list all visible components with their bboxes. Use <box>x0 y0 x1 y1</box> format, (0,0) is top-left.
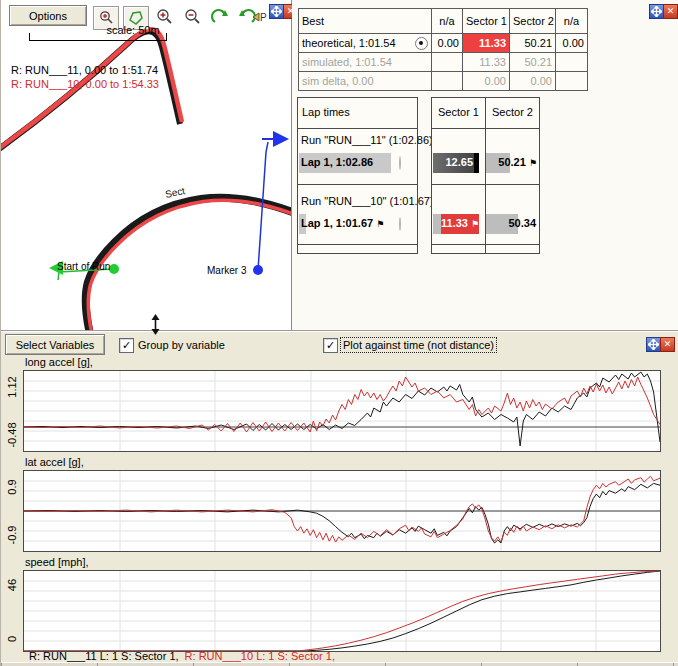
chart-title-long-accel: long accel [g], <box>25 356 93 369</box>
chart-long-accel[interactable]: 1.12 -0.48 <box>23 370 661 452</box>
run-info-line-1: R: RUN___11, 0.00 to 1:51.74 <box>11 64 158 76</box>
check-icon: ✓ <box>122 339 131 352</box>
row-label: theoretical, 1:01.54 <box>302 37 396 49</box>
sector-times-table: Sector 1 Sector 2 12.65 50.21 ⚑ 11.33 ⚑ <box>431 97 540 254</box>
scale-ruler <box>29 40 167 41</box>
track-arc <box>1 29 182 152</box>
lap-row: Lap 1, 1:01.67 ⚑ <box>298 214 417 234</box>
legend-run-11: R: RUN___11 L: 1 S: Sector 1, <box>29 650 179 662</box>
lap-times-title: Lap times <box>302 106 350 118</box>
close-icon: ✕ <box>667 5 675 18</box>
plot-against-time-checkbox[interactable]: ✓ <box>323 338 338 353</box>
chart-lat-accel[interactable]: 0.9 -0.9 <box>23 470 661 552</box>
track-map-panel: Sect Start of Run Marker 3 <box>1 0 292 330</box>
charts-close-button[interactable]: ✕ <box>660 337 675 352</box>
bottom-scroll-strip[interactable] <box>1 662 678 666</box>
col-header: Sector 2 <box>492 106 533 118</box>
lap-radio[interactable] <box>399 217 401 231</box>
sector-value: 11.33 <box>441 217 468 229</box>
col-header: n/a <box>432 9 463 34</box>
y-tick-bottom: 0 <box>6 617 18 661</box>
y-tick-top: 46 <box>6 563 18 607</box>
select-variables-button[interactable]: Select Variables <box>5 334 105 355</box>
chart-legend: R: RUN___11 L: 1 S: Sector 1,R: RUN___10… <box>29 650 335 662</box>
charts-panel: Select Variables ✓ Group by variable ✓ P… <box>1 330 678 666</box>
scale-ruler-tick-right <box>166 33 167 41</box>
sector-cell: 50.21 ⚑ <box>486 153 539 173</box>
scale-label: scale: 50m <box>73 24 193 36</box>
group-by-variable-label: Group by variable <box>138 338 225 352</box>
best-table-title: Best <box>299 9 432 34</box>
col-header: Sector 2 <box>510 9 556 34</box>
chart-speed[interactable]: 46 0 <box>23 570 661 652</box>
redo-icon[interactable] <box>208 6 232 28</box>
row-label: sim delta, 0.00 <box>299 72 432 91</box>
legend-run-10: R: RUN___10 L: 1 S: Sector 1, <box>185 650 335 662</box>
table-row: sim delta, 0.00 0.00 0.00 <box>299 72 588 91</box>
svg-text:P: P <box>260 12 267 23</box>
sector-cell: 50.34 <box>486 214 539 234</box>
sector-cell: 11.33 ⚑ <box>432 214 485 234</box>
sector-cell: 12.65 <box>432 153 485 173</box>
cell-highlighted: 11.33 <box>463 34 510 53</box>
run-label: Run "RUN___11" (1:02.86) <box>301 134 433 146</box>
chart-title-lat-accel: lat accel [g], <box>25 456 84 469</box>
lap-times-table: Lap times Run "RUN___11" (1:02.86) Lap 1… <box>297 97 418 254</box>
lap-label: Lap 1, 1:02.86 <box>301 156 373 168</box>
y-tick-bottom: -0.48 <box>6 413 18 457</box>
cell: 11.33 <box>463 53 510 72</box>
sector-value: 12.65 <box>433 156 473 168</box>
cell: 0.00 <box>510 72 556 91</box>
chart-title-speed: speed [mph], <box>25 556 89 569</box>
table-row: theoretical, 1:01.54 0.00 11.33 50.21 0.… <box>299 34 588 53</box>
y-tick-top: 0.9 <box>6 465 18 509</box>
sector-label: Sect <box>164 185 186 200</box>
col-header: n/a <box>556 9 588 34</box>
cell: 50.21 <box>510 53 556 72</box>
table-row: simulated, 1:01.54 11.33 50.21 <box>299 53 588 72</box>
cell: 0.00 <box>463 72 510 91</box>
flag-icon: ⚑ <box>529 158 536 168</box>
group-by-variable-checkbox[interactable]: ✓ <box>119 338 134 353</box>
charts-move-button[interactable] <box>646 337 661 352</box>
track-map[interactable]: Sect Start of Run Marker 3 <box>1 0 291 330</box>
lap-times-panel: Best n/a Sector 1 Sector 2 n/a theoretic… <box>292 0 678 330</box>
lap-radio[interactable] <box>399 156 401 170</box>
flag-icon: ⚑ <box>471 219 478 229</box>
y-tick-bottom: -0.9 <box>6 513 18 557</box>
scale-ruler-tick-left <box>29 33 30 41</box>
options-button[interactable]: Options <box>9 5 87 26</box>
panel-close-button[interactable]: ✕ <box>663 4 678 19</box>
cell: 50.21 <box>510 34 556 53</box>
run-label: Run "RUN___10" (1:01.67) <box>301 195 434 207</box>
check-icon: ✓ <box>326 339 335 352</box>
col-header: Sector 1 <box>463 9 510 34</box>
y-tick-top: 1.12 <box>6 365 18 409</box>
start-marker-label: Start of Run <box>57 261 110 272</box>
best-table: Best n/a Sector 1 Sector 2 n/a theoretic… <box>298 8 588 91</box>
lap-row: Lap 1, 1:02.86 <box>298 153 417 173</box>
cell: 0.00 <box>432 34 463 53</box>
plot-against-time-label: Plot against time (not distance) <box>341 338 496 352</box>
run-info-line-2: R: RUN___10, 0.00 to 1:54.33 <box>11 78 159 90</box>
col-header: Sector 1 <box>438 106 479 118</box>
cell: 0.00 <box>556 34 588 53</box>
splitter-resize-handle[interactable] <box>149 314 162 337</box>
lap-label: Lap 1, 1:01.67 <box>301 217 373 229</box>
sector-value: 50.21 <box>498 156 526 168</box>
panel-move-button[interactable] <box>649 4 664 19</box>
map-move-button[interactable] <box>269 4 284 19</box>
track-segment <box>86 198 291 330</box>
theoretical-radio[interactable] <box>415 37 428 50</box>
close-icon: ✕ <box>664 338 672 351</box>
prev-marker-icon[interactable]: P <box>251 6 269 28</box>
sector-value: 50.34 <box>486 217 536 229</box>
flag-icon: ⚑ <box>376 219 383 229</box>
marker-3-label: Marker 3 <box>207 265 247 276</box>
app-window: Sect Start of Run Marker 3 <box>0 0 678 666</box>
row-label: simulated, 1:01.54 <box>299 53 432 72</box>
